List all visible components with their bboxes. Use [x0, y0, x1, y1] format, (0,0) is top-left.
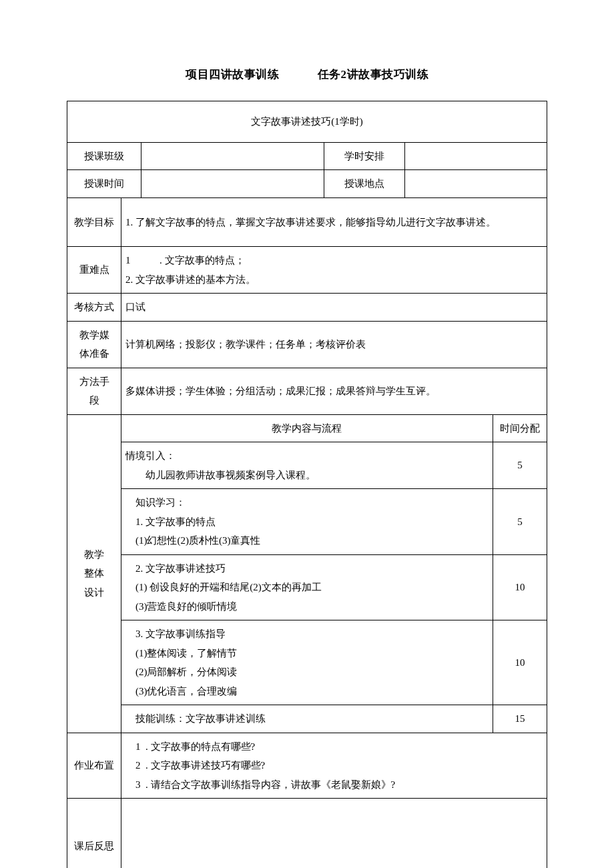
table-row: 重难点 1 . 文字故事的特点； 2. 文字故事讲述的基本方法。: [67, 247, 547, 294]
label-objective: 教学目标: [67, 197, 121, 247]
lesson-title-cell: 文字故事讲述技巧(1学时): [67, 101, 547, 143]
design-label-1: 教学: [84, 549, 104, 560]
design-line: (1)整体阅读，了解情节: [125, 644, 489, 663]
label-exam: 考核方式: [67, 294, 121, 322]
design-time-0: 5: [493, 442, 547, 489]
reflect-text: [121, 799, 547, 869]
table-row: 文字故事讲述技巧(1学时): [67, 101, 547, 143]
design-time-4: 15: [493, 705, 547, 733]
table-row: 技能训练：文字故事讲述训练 15: [67, 705, 547, 733]
label-reflect: 课后反思: [67, 799, 121, 869]
label-place: 授课地点: [324, 170, 405, 198]
method-text: 多媒体讲授；学生体验；分组活动；成果汇报；成果答辩与学生互评。: [121, 368, 547, 414]
kp-num: 1: [125, 255, 131, 266]
design-row-2: 2. 文字故事讲述技巧 (1) 创设良好的开端和结尾(2)文本的再加工 (3)营…: [121, 554, 493, 620]
design-line: 技能训练：文字故事讲述训练: [125, 709, 489, 729]
label-homework: 作业布置: [67, 733, 121, 799]
media-text: 计算机网络；投影仪；教学课件；任务单；考核评价表: [121, 321, 547, 368]
hw-line: 3 . 请结合文字故事训练指导内容，讲故事《老鼠娶新娘》?: [125, 775, 543, 795]
design-line: (1)幻想性(2)质朴性(3)童真性: [125, 531, 489, 550]
method-label-2: 段: [89, 395, 99, 406]
table-row: 教学 整体 设计 教学内容与流程 时间分配: [67, 414, 547, 442]
media-label-1: 教学媒: [79, 330, 109, 340]
table-row: 情境引入： 幼儿园教师讲故事视频案例导入课程。 5: [67, 442, 547, 489]
design-line: 2. 文字故事讲述技巧: [125, 559, 489, 578]
design-line: (2)局部解析，分体阅读: [125, 663, 489, 682]
design-label-2: 整体: [84, 568, 104, 578]
page-title: 项目四讲故事训练 任务2讲故事技巧训练: [67, 67, 547, 82]
label-hours: 学时安排: [324, 142, 405, 170]
value-time: [141, 170, 324, 198]
lesson-plan-table: 文字故事讲述技巧(1学时) 授课班级 学时安排 授课时间 授课地点 教学目标 1…: [67, 101, 547, 868]
value-hours: [405, 142, 547, 170]
label-design: 教学 整体 设计: [67, 414, 121, 733]
design-line: 知识学习：: [125, 493, 489, 512]
label-method: 方法手 段: [67, 368, 121, 414]
exam-text: 口试: [121, 294, 547, 322]
table-row: 授课时间 授课地点: [67, 170, 547, 198]
keypoints-text: 1 . 文字故事的特点； 2. 文字故事讲述的基本方法。: [121, 247, 547, 294]
design-line: (3)优化语言，合理改编: [125, 682, 489, 701]
table-row: 方法手 段 多媒体讲授；学生体验；分组活动；成果汇报；成果答辩与学生互评。: [67, 368, 547, 414]
label-time: 授课时间: [67, 170, 141, 198]
table-row: 教学目标 1. 了解文字故事的特点，掌握文字故事讲述要求，能够指导幼儿进行文字故…: [67, 197, 547, 247]
table-row: 教学媒 体准备 计算机网络；投影仪；教学课件；任务单；考核评价表: [67, 321, 547, 368]
table-row: 授课班级 学时安排: [67, 142, 547, 170]
table-row: 知识学习： 1. 文字故事的特点 (1)幻想性(2)质朴性(3)童真性 5: [67, 489, 547, 555]
title-right: 任务2讲故事技巧训练: [318, 68, 429, 81]
table-row: 考核方式 口试: [67, 294, 547, 322]
design-row-0: 情境引入： 幼儿园教师讲故事视频案例导入课程。: [121, 442, 493, 489]
objective-text: 1. 了解文字故事的特点，掌握文字故事讲述要求，能够指导幼儿进行文字故事讲述。: [121, 197, 547, 247]
label-keypoints: 重难点: [67, 247, 121, 294]
design-line: 情境引入：: [125, 450, 176, 461]
label-media: 教学媒 体准备: [67, 321, 121, 368]
value-place: [405, 170, 547, 198]
hw-line: 1 . 文字故事的特点有哪些?: [125, 737, 543, 757]
design-line: (1) 创设良好的开端和结尾(2)文本的再加工: [125, 578, 489, 597]
design-line: (3)营造良好的倾听情境: [125, 597, 489, 616]
design-time-1: 5: [493, 489, 547, 555]
design-time-2: 10: [493, 554, 547, 620]
method-label-1: 方法手: [79, 376, 109, 387]
design-row-3: 3. 文字故事训练指导 (1)整体阅读，了解情节 (2)局部解析，分体阅读 (3…: [121, 620, 493, 705]
design-line: 3. 文字故事训练指导: [125, 624, 489, 644]
design-time-3: 10: [493, 620, 547, 705]
kp-line1: . 文字故事的特点；: [160, 255, 245, 266]
homework-text: 1 . 文字故事的特点有哪些? 2 . 文字故事讲述技巧有哪些? 3 . 请结合…: [121, 733, 547, 799]
table-row: 作业布置 1 . 文字故事的特点有哪些? 2 . 文字故事讲述技巧有哪些? 3 …: [67, 733, 547, 799]
design-header-content: 教学内容与流程: [121, 414, 493, 442]
design-row-4: 技能训练：文字故事讲述训练: [121, 705, 493, 733]
media-label-2: 体准备: [79, 348, 109, 359]
hw-line: 2 . 文字故事讲述技巧有哪些?: [125, 756, 543, 775]
table-row: 3. 文字故事训练指导 (1)整体阅读，了解情节 (2)局部解析，分体阅读 (3…: [67, 620, 547, 705]
table-row: 2. 文字故事讲述技巧 (1) 创设良好的开端和结尾(2)文本的再加工 (3)营…: [67, 554, 547, 620]
design-label-3: 设计: [84, 587, 104, 598]
title-left: 项目四讲故事训练: [186, 68, 279, 81]
kp-line2: 2. 文字故事讲述的基本方法。: [125, 274, 256, 285]
label-class: 授课班级: [67, 142, 141, 170]
table-row: 课后反思: [67, 799, 547, 869]
design-line: 1. 文字故事的特点: [125, 512, 489, 532]
design-line: 幼儿园教师讲故事视频案例导入课程。: [125, 466, 489, 485]
value-class: [141, 142, 324, 170]
design-header-time: 时间分配: [493, 414, 547, 442]
design-row-1: 知识学习： 1. 文字故事的特点 (1)幻想性(2)质朴性(3)童真性: [121, 489, 493, 555]
